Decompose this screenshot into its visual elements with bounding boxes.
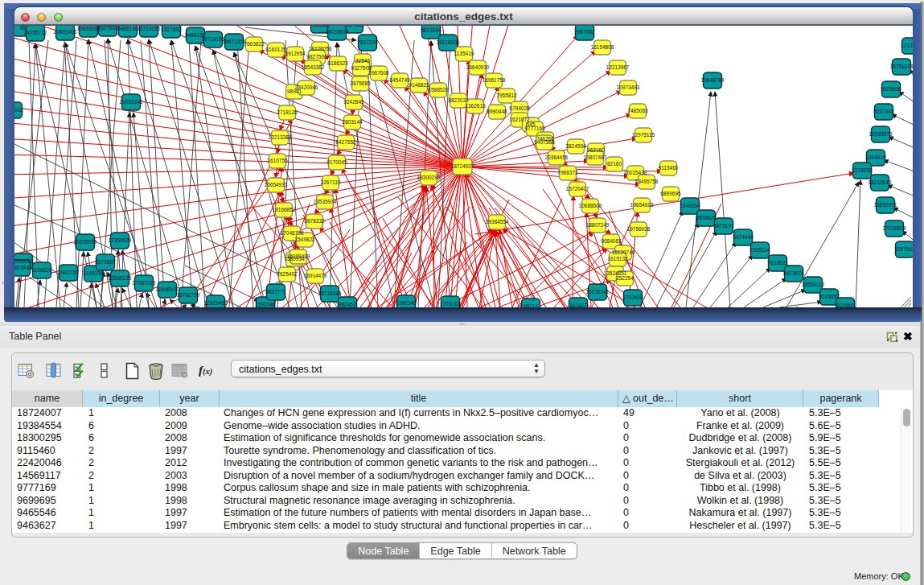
svg-text:9242845: 9242845 bbox=[343, 99, 364, 105]
svg-text:9084067: 9084067 bbox=[601, 238, 622, 244]
svg-text:8822037: 8822037 bbox=[448, 97, 469, 103]
svg-text:10648784: 10648784 bbox=[701, 77, 725, 83]
svg-text:1527602: 1527602 bbox=[97, 26, 118, 31]
svg-text:962452: 962452 bbox=[339, 302, 356, 307]
svg-text:6679197: 6679197 bbox=[713, 223, 734, 229]
svg-text:95717: 95717 bbox=[524, 303, 538, 307]
svg-text:9464132: 9464132 bbox=[343, 26, 364, 27]
svg-text:9474444: 9474444 bbox=[733, 234, 754, 240]
svg-text:2987682: 2987682 bbox=[574, 29, 595, 35]
svg-text:1292346: 1292346 bbox=[255, 302, 276, 307]
svg-text:13495758: 13495758 bbox=[635, 179, 659, 184]
svg-text:17359924: 17359924 bbox=[109, 237, 132, 243]
svg-text:8186323: 8186323 bbox=[327, 60, 348, 66]
svg-text:8427552: 8427552 bbox=[335, 139, 356, 145]
svg-text:13535934: 13535934 bbox=[314, 199, 337, 204]
svg-text:19166852: 19166852 bbox=[273, 207, 296, 212]
svg-text:8160125: 8160125 bbox=[265, 47, 286, 52]
svg-text:2803144: 2803144 bbox=[342, 119, 363, 125]
svg-text:8938928: 8938928 bbox=[696, 215, 717, 220]
svg-text:15716485: 15716485 bbox=[318, 290, 342, 296]
svg-text:7986372: 7986372 bbox=[557, 170, 578, 175]
svg-text:16154808: 16154808 bbox=[591, 44, 614, 50]
svg-text:8912954: 8912954 bbox=[285, 51, 306, 56]
svg-text:18300295: 18300295 bbox=[417, 175, 441, 180]
svg-text:1640954: 1640954 bbox=[680, 203, 700, 208]
svg-text:20691406: 20691406 bbox=[54, 29, 77, 35]
svg-text:17016504: 17016504 bbox=[883, 225, 906, 231]
svg-text:924565: 924565 bbox=[836, 303, 854, 307]
svg-text:17046798: 17046798 bbox=[281, 230, 304, 236]
svg-text:12923468: 12923468 bbox=[204, 300, 228, 306]
svg-text:1212096: 1212096 bbox=[901, 43, 913, 48]
svg-text:16543362: 16543362 bbox=[302, 64, 325, 70]
svg-text:1092346: 1092346 bbox=[396, 300, 417, 306]
svg-text:15692971: 15692971 bbox=[874, 202, 897, 208]
svg-text:1167533: 1167533 bbox=[895, 246, 913, 252]
svg-text:10973493: 10973493 bbox=[617, 84, 640, 90]
svg-text:9227342: 9227342 bbox=[873, 109, 894, 114]
svg-text:6899695: 6899695 bbox=[660, 191, 681, 196]
svg-text:9245652: 9245652 bbox=[819, 294, 840, 299]
svg-text:16033809: 16033809 bbox=[326, 29, 349, 35]
svg-text:962160: 962160 bbox=[587, 147, 605, 153]
svg-text:3215958: 3215958 bbox=[852, 167, 873, 173]
svg-text:18226058: 18226058 bbox=[309, 46, 332, 51]
svg-text:20364456: 20364456 bbox=[545, 154, 569, 160]
svg-text:3975887: 3975887 bbox=[95, 259, 116, 265]
svg-text:1195051: 1195051 bbox=[14, 258, 34, 264]
svg-text:7515520: 7515520 bbox=[310, 26, 331, 27]
svg-text:12975115: 12975115 bbox=[632, 132, 655, 138]
svg-text:20206555: 20206555 bbox=[74, 239, 97, 245]
svg-text:19756928: 19756928 bbox=[627, 226, 651, 232]
svg-text:8471676: 8471676 bbox=[783, 270, 804, 276]
svg-text:6794028: 6794028 bbox=[509, 105, 530, 111]
svg-text:9777169: 9777169 bbox=[524, 126, 545, 131]
svg-text:1362615: 1362615 bbox=[465, 103, 486, 109]
svg-text:18807249: 18807249 bbox=[586, 222, 610, 228]
svg-text:16099489: 16099489 bbox=[287, 253, 310, 259]
svg-text:12505135: 12505135 bbox=[109, 275, 132, 281]
svg-text:10719155: 10719155 bbox=[202, 36, 225, 42]
svg-text:8990448: 8990448 bbox=[487, 109, 507, 114]
svg-text:9115460: 9115460 bbox=[659, 165, 679, 171]
svg-text:10688609: 10688609 bbox=[579, 203, 602, 208]
svg-text:1145154: 1145154 bbox=[84, 270, 104, 276]
svg-text:17957225: 17957225 bbox=[133, 280, 156, 286]
svg-text:1135419: 1135419 bbox=[454, 51, 474, 56]
svg-text:19218506: 19218506 bbox=[437, 39, 460, 45]
svg-text:2935114: 2935114 bbox=[750, 247, 770, 253]
svg-text:1156829: 1156829 bbox=[32, 267, 52, 273]
svg-text:16914479: 16914479 bbox=[304, 273, 327, 278]
svg-text:9657771: 9657771 bbox=[265, 289, 286, 295]
svg-text:10025438: 10025438 bbox=[624, 170, 647, 175]
svg-text:2718126: 2718126 bbox=[277, 109, 298, 115]
svg-text:12213382: 12213382 bbox=[269, 134, 292, 140]
svg-text:3267110: 3267110 bbox=[321, 179, 341, 185]
svg-text:16671355: 16671355 bbox=[223, 39, 246, 44]
svg-text:7663822: 7663822 bbox=[244, 41, 265, 47]
svg-text:1610755: 1610755 bbox=[267, 158, 288, 163]
svg-text:16782759: 16782759 bbox=[177, 292, 200, 298]
svg-text:9329966: 9329966 bbox=[881, 86, 901, 92]
svg-text:16120746: 16120746 bbox=[612, 249, 635, 255]
svg-text:8813054: 8813054 bbox=[421, 27, 441, 33]
svg-text:10807487: 10807487 bbox=[584, 154, 607, 160]
svg-text:32546: 32546 bbox=[355, 58, 370, 64]
svg-text:391544: 391544 bbox=[14, 265, 30, 270]
svg-text:19654923: 19654923 bbox=[630, 202, 654, 208]
svg-text:7485063: 7485063 bbox=[627, 108, 648, 113]
svg-text:1376163: 1376163 bbox=[440, 301, 461, 307]
svg-text:3875685: 3875685 bbox=[350, 80, 371, 86]
svg-text:16961758: 16961758 bbox=[483, 77, 506, 83]
svg-text:15136141: 15136141 bbox=[586, 289, 610, 295]
svg-text:6497568: 6497568 bbox=[534, 139, 555, 145]
svg-text:9170045: 9170045 bbox=[326, 159, 347, 165]
svg-text:1602931: 1602931 bbox=[14, 107, 23, 113]
svg-text:14055712: 14055712 bbox=[24, 30, 47, 35]
svg-text:2942757: 2942757 bbox=[58, 270, 79, 275]
svg-text:15751074: 15751074 bbox=[890, 64, 913, 69]
svg-text:7632621: 7632621 bbox=[767, 260, 788, 266]
svg-text:9146821: 9146821 bbox=[409, 82, 429, 88]
svg-text:10958107: 10958107 bbox=[156, 286, 179, 292]
